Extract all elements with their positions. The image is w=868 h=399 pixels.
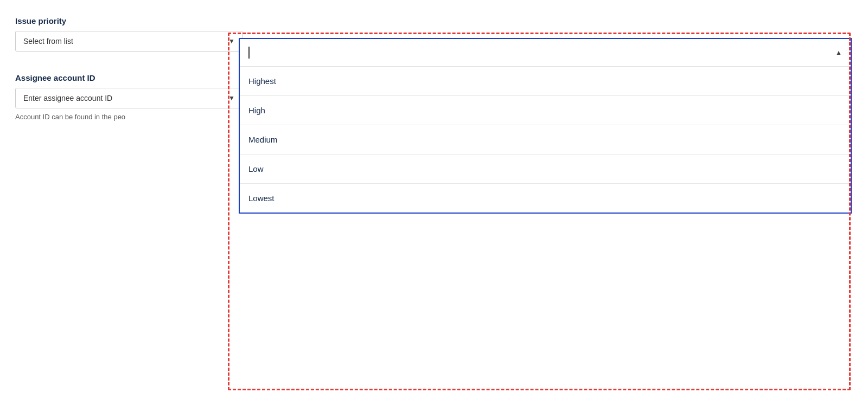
- assignee-section: Assignee account ID Enter assignee accou…: [15, 73, 243, 121]
- page-container: Issue priority Select from list ▼ Assign…: [0, 0, 868, 399]
- search-row: ▲: [240, 39, 851, 67]
- option-high[interactable]: High: [240, 96, 851, 125]
- option-low[interactable]: Low: [240, 155, 851, 184]
- option-highest[interactable]: Highest: [240, 67, 851, 96]
- issue-priority-dropdown[interactable]: Select from list ▼: [15, 31, 243, 52]
- assignee-placeholder: Enter assignee account ID: [23, 94, 112, 102]
- assignee-chevron-icon: ▼: [228, 94, 235, 102]
- issue-priority-label: Issue priority: [15, 16, 243, 25]
- assignee-dropdown[interactable]: Enter assignee account ID ▼: [15, 88, 243, 108]
- search-cursor: [248, 47, 250, 59]
- assignee-label: Assignee account ID: [15, 73, 243, 82]
- left-panel: Issue priority Select from list ▼ Assign…: [15, 16, 243, 121]
- issue-priority-placeholder: Select from list: [23, 37, 73, 46]
- assignee-hint: Account ID can be found in the peo: [15, 113, 243, 121]
- option-lowest[interactable]: Lowest: [240, 184, 851, 213]
- priority-dropdown-panel: ▲ Highest High Medium Low Lowest: [239, 38, 852, 214]
- collapse-dropdown-button[interactable]: ▲: [835, 49, 842, 56]
- option-medium[interactable]: Medium: [240, 125, 851, 155]
- chevron-down-icon: ▼: [228, 37, 235, 45]
